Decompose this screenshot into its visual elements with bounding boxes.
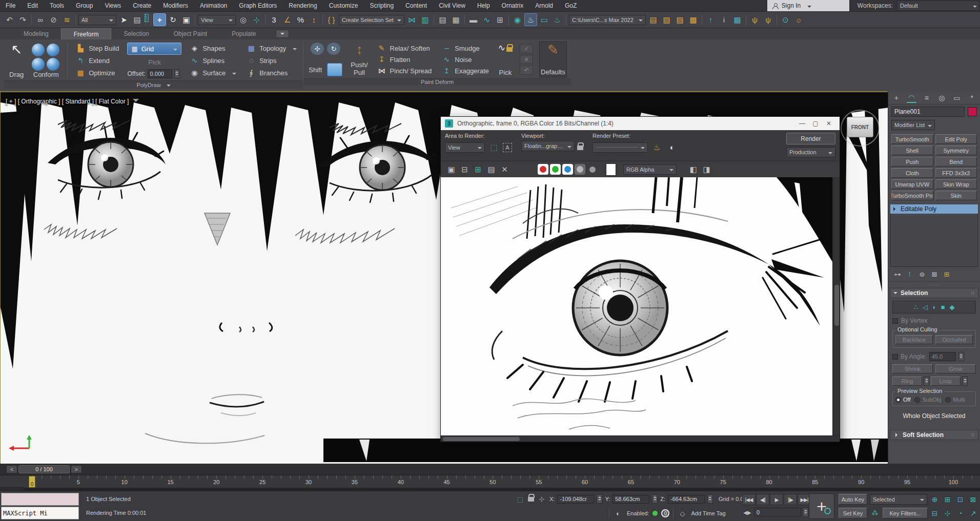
noise-button[interactable]: ∿Noise: [440, 54, 491, 65]
viewcube-front-face[interactable]: FRONT: [847, 117, 873, 137]
menu-item[interactable]: File: [0, 0, 21, 11]
render-button[interactable]: Render: [786, 133, 835, 144]
viewcube[interactable]: FRONT: [843, 113, 879, 144]
hair-brush-icon[interactable]: ψ: [762, 13, 774, 26]
offset-field[interactable]: 0.000: [148, 69, 172, 78]
frame-spinner[interactable]: [803, 508, 808, 517]
play-animation-icon[interactable]: ▶: [770, 494, 783, 505]
unlink-selection-icon[interactable]: ⊘: [47, 13, 60, 26]
tab-motion[interactable]: ◎: [937, 93, 947, 103]
create-selection-set-field[interactable]: Create Selection Set: [339, 15, 404, 25]
stack-item-editable-poly[interactable]: Editable Poly: [890, 204, 978, 214]
pinch-spread-button[interactable]: ⋈Pinch/ Spread: [375, 65, 434, 76]
menu-item[interactable]: Modifiers: [157, 0, 194, 11]
adaptive-degradation-icon[interactable]: ◐: [613, 509, 623, 518]
spinner-snap-icon[interactable]: ↕: [308, 13, 320, 26]
zoom-region-icon[interactable]: ⊟: [929, 508, 941, 519]
grid-mode-button[interactable]: ▦ Grid: [127, 43, 181, 55]
minimize-icon[interactable]: —: [795, 118, 809, 129]
tab-modify[interactable]: ◠: [907, 93, 917, 103]
alpha-channel-icon[interactable]: [575, 164, 585, 175]
modifier-button[interactable]: Symmetry: [935, 145, 977, 155]
topology-button[interactable]: ▦Topology: [244, 43, 299, 54]
modifier-button[interactable]: Cloth: [891, 168, 933, 178]
modifier-button[interactable]: FFD 3x3x3: [935, 168, 977, 178]
key-paw-icon[interactable]: ⁂: [870, 509, 880, 518]
set-keys-button[interactable]: +: [809, 493, 834, 519]
viewport-label[interactable]: [ + ] [ Orthographic ] [ Standard ] [ Fl…: [6, 97, 139, 105]
layer-explorer-icon[interactable]: ▦: [450, 13, 462, 26]
menu-item[interactable]: Ornatrix: [496, 0, 529, 11]
channel-display-select[interactable]: RGB Alpha: [623, 164, 677, 175]
select-and-move-icon[interactable]: +: [153, 13, 166, 26]
populate-simulate-icon[interactable]: ▦: [731, 13, 744, 26]
select-and-manipulate-icon[interactable]: ⊹: [250, 13, 263, 26]
surface-button[interactable]: ◉Surface: [188, 67, 238, 78]
key-filters-button[interactable]: Key Filters...: [883, 508, 928, 518]
curve-editor-icon[interactable]: ∿: [480, 13, 493, 26]
auto-key-button[interactable]: Auto Key: [839, 494, 867, 505]
exaggerate-button[interactable]: ↥Exaggerate: [440, 65, 491, 76]
previous-frame-icon[interactable]: ◀||: [756, 494, 769, 505]
auto-region-icon[interactable]: A: [503, 143, 512, 152]
ribbon-tab[interactable]: Populate: [219, 28, 268, 39]
go-to-start-icon[interactable]: |◀◀: [742, 494, 756, 505]
menu-item[interactable]: Customize: [323, 0, 364, 11]
viewport-select[interactable]: Floatin...graphic: [521, 141, 575, 151]
mirror-icon[interactable]: ⋈: [405, 13, 418, 26]
x-coordinate-field[interactable]: -109.048cr: [557, 495, 594, 504]
menu-item[interactable]: Help: [472, 0, 496, 11]
zoom-icon[interactable]: ⊕: [929, 494, 941, 505]
configure-modifier-sets-icon[interactable]: ⊞: [942, 269, 952, 279]
ribbon-tab[interactable]: Modeling: [11, 28, 61, 39]
shift-button[interactable]: ✣ ↻ Shift: [308, 41, 343, 77]
exposure-control-icon[interactable]: ◐: [666, 141, 679, 154]
green-channel-icon[interactable]: [550, 164, 561, 175]
splines-button[interactable]: ∿Splines: [188, 55, 238, 66]
absolute-mode-icon[interactable]: ⊹: [537, 494, 547, 504]
modifier-button[interactable]: Edit Poly: [935, 134, 977, 144]
drag-button[interactable]: ↖ Drag: [8, 41, 25, 79]
civil-view-icon[interactable]: ⊙: [779, 13, 792, 26]
color-swatch[interactable]: [606, 163, 616, 176]
clone-window-icon[interactable]: ⊟: [458, 163, 471, 176]
element-icon[interactable]: ◆: [950, 303, 955, 311]
rfw-title-bar[interactable]: 3 Orthographic, frame 0, RGBA Color 16 B…: [441, 117, 840, 130]
pan-icon[interactable]: ⊹: [942, 508, 953, 519]
monochrome-icon[interactable]: [587, 164, 598, 175]
expand-icon[interactable]: [893, 207, 897, 211]
copy-image-icon[interactable]: ⊞: [472, 163, 484, 176]
modifier-button[interactable]: Push: [891, 157, 933, 166]
zoom-all-icon[interactable]: ⊞: [942, 494, 953, 505]
menu-item[interactable]: GoZ: [559, 0, 582, 11]
optimize-button[interactable]: ▦Optimize: [74, 67, 121, 78]
named-selection-sets-icon[interactable]: { }: [325, 13, 338, 26]
edit-region-icon[interactable]: ⬚: [487, 141, 500, 154]
time-slider[interactable]: 0 / 100: [18, 465, 70, 473]
container-inherit-icon[interactable]: ▤: [647, 13, 660, 26]
select-object-icon[interactable]: ➤: [117, 13, 130, 26]
delete-image-icon[interactable]: ✕: [498, 163, 511, 176]
modifier-list-select[interactable]: Modifier List: [891, 120, 935, 130]
ribbon-tab[interactable]: Freeform: [61, 28, 112, 39]
add-time-tag[interactable]: Add Time Tag: [691, 510, 725, 516]
maximize-icon[interactable]: ▢: [809, 118, 822, 129]
reference-coordinate-select[interactable]: View: [198, 15, 236, 25]
rendered-image[interactable]: [441, 177, 840, 442]
track-bar[interactable]: 0510152025303540455055606570758085909510…: [0, 475, 980, 488]
previous-frame-button[interactable]: <: [6, 465, 17, 473]
next-frame-icon[interactable]: ||▶: [784, 494, 797, 505]
modifier-button[interactable]: Unwrap UVW: [891, 179, 933, 189]
soft-selection-rollout-header[interactable]: Soft Selection ∷: [890, 430, 978, 440]
revert-button[interactable]: ↶: [520, 66, 533, 75]
backface-button[interactable]: Backface: [895, 335, 933, 344]
render-setup-teapot-icon[interactable]: ♨: [650, 141, 663, 154]
isolate-selection-icon[interactable]: ⬚: [515, 494, 525, 504]
tab-create[interactable]: +: [891, 93, 902, 103]
flatten-button[interactable]: ↧Flatten: [375, 54, 434, 65]
select-and-rotate-icon[interactable]: ↻: [167, 13, 179, 26]
modifier-stack-list[interactable]: [890, 214, 978, 267]
rendered-frame-window[interactable]: 3 Orthographic, frame 0, RGBA Color 16 B…: [441, 117, 840, 442]
object-color-swatch[interactable]: [968, 107, 977, 116]
render-setup-icon[interactable]: ♨: [524, 13, 537, 26]
